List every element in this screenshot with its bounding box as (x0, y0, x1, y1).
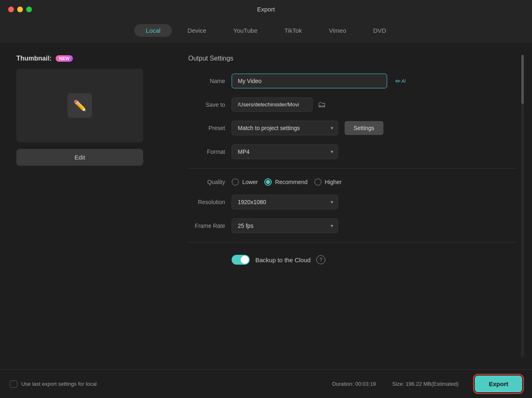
main-content: Thumbnail: NEW ✏️ Edit Output Settings N… (0, 43, 532, 369)
quality-higher-label: Higher (325, 179, 342, 185)
thumbnail-label: Thumbnail: NEW (16, 55, 172, 62)
format-select[interactable]: MP4 (232, 144, 338, 159)
pencil-ai-icon: ✏ (395, 77, 401, 85)
use-last-wrap: Use last export settings for local (10, 380, 97, 388)
cloud-backup-row: Backup to the Cloud ? (232, 255, 516, 265)
quality-higher[interactable]: Higher (314, 178, 342, 186)
size-info: Size: 196.22 MB(Estimated) (392, 381, 459, 387)
quality-recommend-label: Recommend (275, 179, 307, 185)
divider-2 (188, 242, 516, 243)
name-label: Name (188, 78, 225, 84)
tab-bar: Local Device YouTube TikTok Vimeo DVD (0, 18, 532, 43)
quality-label: Quality (188, 179, 225, 185)
tab-tiktok[interactable]: TikTok (273, 24, 313, 37)
duration-label: Duration: (332, 381, 354, 387)
quality-row: Quality Lower Recommend Higher (188, 178, 516, 186)
radio-recommend-circle (264, 178, 272, 186)
tab-vimeo[interactable]: Vimeo (318, 24, 358, 37)
left-panel: Thumbnail: NEW ✏️ Edit (16, 55, 172, 357)
bottom-info: Duration: 00:03:19 Size: 196.22 MB(Estim… (332, 376, 522, 392)
duration-value: 00:03:19 (355, 381, 376, 387)
new-badge: NEW (56, 55, 73, 62)
folder-button[interactable]: 🗂 (316, 98, 327, 111)
frame-rate-select[interactable]: 25 fps (232, 218, 338, 233)
divider-1 (188, 168, 516, 169)
toggle-thumb (241, 256, 249, 264)
ai-label: AI (401, 79, 406, 83)
save-to-label: Save to (188, 101, 225, 108)
tab-youtube[interactable]: YouTube (222, 24, 269, 37)
cloud-toggle[interactable] (232, 255, 250, 265)
preset-row: Preset Match to project settings ▾ Setti… (188, 121, 516, 135)
window-controls (8, 7, 32, 12)
use-last-checkbox[interactable] (10, 380, 17, 388)
edit-button[interactable]: Edit (16, 149, 143, 166)
settings-button[interactable]: Settings (345, 121, 383, 135)
resolution-select-wrap: 1920x1080 ▾ (232, 195, 338, 209)
scroll-track[interactable] (521, 55, 524, 357)
tab-dvd[interactable]: DVD (362, 24, 398, 37)
tab-device[interactable]: Device (176, 24, 218, 37)
radio-recommend-dot (266, 180, 270, 184)
close-button[interactable] (8, 7, 14, 12)
duration-info: Duration: 00:03:19 (332, 381, 376, 387)
radio-higher-circle (314, 178, 322, 186)
frame-rate-select-wrap: 25 fps ▾ (232, 218, 338, 233)
help-icon[interactable]: ? (316, 255, 325, 264)
frame-rate-label: Frame Rate (188, 223, 225, 229)
path-row: 🗂 (232, 97, 327, 112)
size-label: Size: (392, 381, 404, 387)
pencil-icon: ✏️ (68, 93, 92, 118)
minimize-button[interactable] (17, 7, 23, 12)
resolution-label: Resolution (188, 199, 225, 205)
ai-button[interactable]: ✏AI (394, 76, 407, 87)
format-select-wrap: MP4 ▾ (232, 144, 338, 159)
name-row: Name ✏AI (188, 74, 516, 88)
export-button[interactable]: Export (475, 376, 522, 392)
maximize-button[interactable] (26, 7, 32, 12)
bottom-bar: Use last export settings for local Durat… (0, 369, 532, 398)
cloud-backup-label: Backup to the Cloud (255, 256, 311, 263)
save-to-row: Save to 🗂 (188, 97, 516, 112)
scroll-thumb (521, 55, 524, 104)
radio-lower-circle (232, 178, 239, 186)
right-panel: Output Settings Name ✏AI Save to 🗂 Prese… (188, 55, 516, 357)
preset-select-wrap: Match to project settings ▾ (232, 121, 338, 135)
thumbnail-text: Thumbnail: (16, 55, 52, 62)
quality-recommend[interactable]: Recommend (264, 178, 307, 186)
resolution-row: Resolution 1920x1080 ▾ (188, 195, 516, 209)
preset-label: Preset (188, 125, 225, 131)
size-value: 196.22 MB(Estimated) (406, 381, 458, 387)
output-settings-title: Output Settings (188, 55, 516, 62)
use-last-label: Use last export settings for local (21, 381, 97, 387)
name-input[interactable] (232, 74, 387, 88)
quality-lower-label: Lower (242, 179, 258, 185)
title-bar: Export (0, 0, 532, 18)
format-label: Format (188, 148, 225, 155)
frame-rate-row: Frame Rate 25 fps ▾ (188, 218, 516, 233)
window-title: Export (257, 6, 275, 13)
preset-select[interactable]: Match to project settings (232, 121, 338, 135)
resolution-select[interactable]: 1920x1080 (232, 195, 338, 209)
thumbnail-preview: ✏️ (16, 69, 143, 142)
path-input[interactable] (232, 97, 313, 112)
format-row: Format MP4 ▾ (188, 144, 516, 159)
quality-lower[interactable]: Lower (232, 178, 258, 186)
tab-local[interactable]: Local (134, 24, 172, 37)
